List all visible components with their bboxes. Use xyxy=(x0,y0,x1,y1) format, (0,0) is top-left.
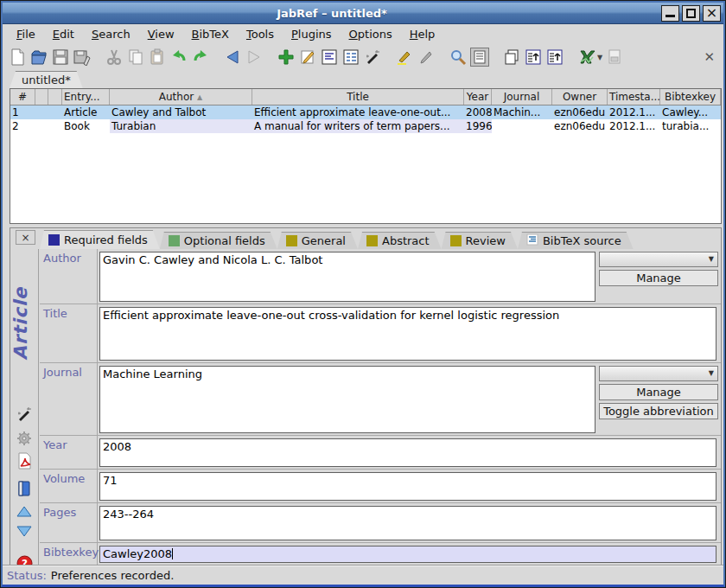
menu-edit[interactable]: Edit xyxy=(44,26,83,42)
cell-year[interactable]: 2008 xyxy=(464,105,492,119)
menu-tools[interactable]: Tools xyxy=(238,26,283,42)
cell-blank[interactable] xyxy=(48,119,62,133)
down-arrow-icon[interactable] xyxy=(15,521,34,540)
import-into-new-database-icon[interactable] xyxy=(524,48,543,67)
cell-entrytype[interactable]: Article xyxy=(62,105,110,119)
wand-icon[interactable] xyxy=(15,405,34,424)
column-header-blank1[interactable] xyxy=(35,89,48,105)
menu-file[interactable]: File xyxy=(8,26,44,42)
save-database-icon[interactable] xyxy=(51,48,70,67)
column-header-year[interactable]: Year xyxy=(464,89,492,105)
cell-journal[interactable] xyxy=(492,119,552,133)
save-all-icon[interactable] xyxy=(73,48,92,67)
cut-icon[interactable] xyxy=(105,48,124,67)
cell-bibtexkey[interactable]: turabia... xyxy=(660,119,721,133)
new-database-icon[interactable] xyxy=(8,48,27,67)
maximize-button[interactable] xyxy=(682,5,700,22)
column-header-title[interactable]: Title xyxy=(252,89,464,105)
column-header-journal[interactable]: Journal xyxy=(492,89,552,105)
cell-number[interactable]: 1 xyxy=(10,105,35,119)
menu-bibtex[interactable]: BibTeX xyxy=(183,26,238,42)
cell-blank[interactable] xyxy=(35,105,48,119)
toolbar-close-icon[interactable]: ✕ xyxy=(704,49,715,65)
column-header-owner[interactable]: Owner xyxy=(552,89,608,105)
cell-year[interactable]: 1996 xyxy=(464,119,492,133)
up-arrow-icon[interactable] xyxy=(15,502,34,521)
edit-strings-icon[interactable] xyxy=(341,48,360,67)
toggle-preview-icon[interactable] xyxy=(470,48,489,67)
cell-owner[interactable]: ezn06edu xyxy=(552,119,608,133)
pages-field[interactable]: 243--264 xyxy=(99,506,716,540)
cell-author[interactable]: Cawley and Talbot xyxy=(110,105,252,119)
push-to-dropdown-icon[interactable]: ▼ xyxy=(597,54,602,61)
wand-icon[interactable] xyxy=(363,48,382,67)
cell-bibtexkey[interactable]: Cawley... xyxy=(660,105,721,119)
open-database-icon[interactable] xyxy=(29,48,48,67)
menu-plugins[interactable]: Plugins xyxy=(283,26,341,42)
menu-help[interactable]: Help xyxy=(401,26,444,42)
gear-icon[interactable] xyxy=(15,429,34,448)
forward-icon[interactable] xyxy=(245,48,264,67)
open-file-icon[interactable] xyxy=(605,48,624,67)
cell-owner[interactable]: ezn06edu xyxy=(552,105,608,119)
cell-journal[interactable]: Machin... xyxy=(492,105,552,119)
tab-required-fields[interactable]: Required fields xyxy=(40,230,160,249)
edit-preamble-icon[interactable] xyxy=(320,48,339,67)
menu-view[interactable]: View xyxy=(139,26,183,42)
new-entry-icon[interactable] xyxy=(277,48,296,67)
database-tab-untitled[interactable]: untitled* xyxy=(10,71,83,88)
volume-field[interactable]: 71 xyxy=(99,472,716,501)
menu-search[interactable]: Search xyxy=(83,26,139,42)
cell-blank[interactable] xyxy=(48,105,62,119)
manage-journal-button[interactable]: Manage xyxy=(599,384,718,400)
unmark-entries-icon[interactable] xyxy=(417,48,436,67)
cell-title[interactable]: A manual for writers of term papers... xyxy=(252,119,464,133)
new-subdatabase-pages-icon[interactable] xyxy=(502,48,521,67)
table-row-1[interactable]: 1 Article Cawley and Talbot Efficient ap… xyxy=(10,105,721,119)
journal-dropdown[interactable] xyxy=(599,366,718,381)
tab-optional-fields[interactable]: Optional fields xyxy=(160,232,277,249)
cell-timestamp[interactable]: 2012.1... xyxy=(608,105,660,119)
tab-bibtex-source[interactable]: BibTeX source xyxy=(518,232,634,249)
tab-review[interactable]: Review xyxy=(442,232,518,249)
journal-field[interactable]: Machine Learning xyxy=(99,366,595,433)
mark-entries-icon[interactable] xyxy=(395,48,414,67)
column-header-blank2[interactable] xyxy=(48,89,62,105)
entry-editor-close-button[interactable]: × xyxy=(16,230,35,245)
column-header-bibtexkey[interactable]: Bibtexkey xyxy=(660,89,721,105)
cell-timestamp[interactable]: 2012.1... xyxy=(608,119,660,133)
redo-icon[interactable] xyxy=(191,48,210,67)
book-icon[interactable] xyxy=(15,479,34,498)
copy-icon[interactable] xyxy=(126,48,145,67)
minimize-button[interactable] xyxy=(661,5,679,22)
pdf-icon[interactable] xyxy=(15,451,34,470)
table-row-2[interactable]: 2 Book Turabian A manual for writers of … xyxy=(10,119,721,133)
tab-general[interactable]: General xyxy=(277,232,358,249)
cell-number[interactable]: 2 xyxy=(10,119,35,133)
bibtexkey-field[interactable]: Cawley2008 xyxy=(99,546,716,563)
column-header-timestamp[interactable]: Timesta... xyxy=(608,89,660,105)
cell-entrytype[interactable]: Book xyxy=(62,119,110,133)
author-dropdown[interactable] xyxy=(599,252,718,267)
column-header-number[interactable]: # xyxy=(10,89,35,105)
push-to-application-icon[interactable] xyxy=(577,48,596,67)
cell-title[interactable]: Efficient approximate leave-one-out... xyxy=(252,105,464,119)
search-icon[interactable] xyxy=(449,48,468,67)
close-button[interactable]: × xyxy=(703,5,721,22)
toggle-abbreviation-button[interactable]: Toggle abbreviation xyxy=(599,403,718,419)
cell-author[interactable]: Turabian xyxy=(110,119,252,133)
column-header-author[interactable]: Author ▲ xyxy=(110,89,252,105)
import-into-current-database-icon[interactable] xyxy=(545,48,564,67)
cell-blank[interactable] xyxy=(35,119,48,133)
manage-author-button[interactable]: Manage xyxy=(599,270,718,286)
author-field[interactable]: Gavin C. Cawley and Nicola L. C. Talbot xyxy=(99,252,595,302)
menu-options[interactable]: Options xyxy=(341,26,401,42)
tab-abstract[interactable]: Abstract xyxy=(358,232,442,249)
undo-icon[interactable] xyxy=(169,48,188,67)
title-field[interactable]: Efficient approximate leave-one-out cros… xyxy=(99,307,716,361)
column-header-entrytype[interactable]: Entry... xyxy=(62,89,110,105)
paste-icon[interactable] xyxy=(148,48,167,67)
back-icon[interactable] xyxy=(223,48,242,67)
year-field[interactable]: 2008 xyxy=(99,438,716,467)
edit-entry-icon[interactable] xyxy=(298,48,317,67)
